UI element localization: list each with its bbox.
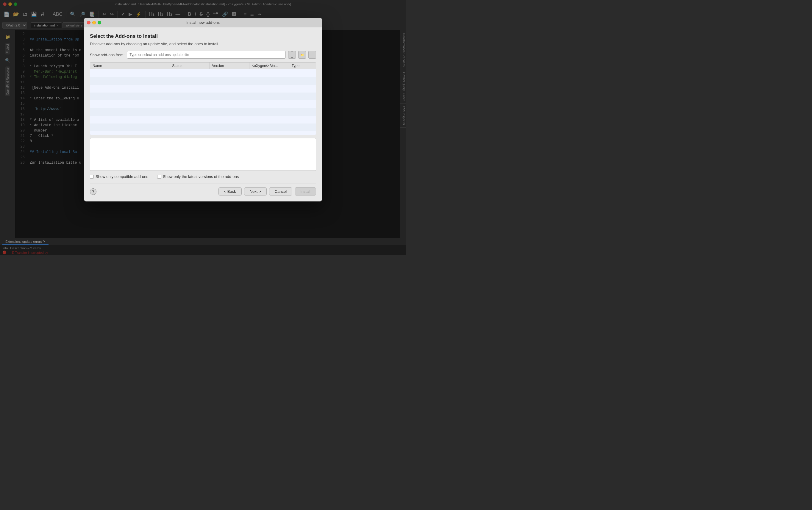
install-addons-modal: Install new add-ons Select the Add-ons t… bbox=[84, 18, 322, 202]
addons-table: Name Status Version <oXygen/> Ver... Typ… bbox=[90, 62, 316, 135]
checkbox-latest[interactable] bbox=[157, 175, 161, 179]
modal-traffic-lights bbox=[87, 21, 101, 24]
addons-url-input[interactable] bbox=[127, 51, 286, 59]
col-type: Type bbox=[289, 62, 316, 69]
modal-title: Install new add-ons bbox=[186, 20, 220, 25]
addon-detail-area bbox=[90, 138, 316, 171]
modal-title-bar: Install new add-ons bbox=[84, 18, 322, 27]
checkboxes-row: Show only compatible add-ons Show only t… bbox=[90, 174, 316, 179]
checkbox-compatible-row: Show only compatible add-ons bbox=[90, 174, 148, 179]
checkbox-compatible[interactable] bbox=[90, 175, 94, 179]
help-button[interactable]: ? bbox=[90, 188, 96, 195]
back-button[interactable]: < Back bbox=[219, 187, 242, 196]
table-header: Name Status Version <oXygen/> Ver... Typ… bbox=[90, 62, 316, 69]
col-status: Status bbox=[170, 62, 210, 69]
col-oxygen-ver: <oXygen/> Ver... bbox=[250, 62, 289, 69]
addons-url-spinner[interactable]: ⌃⌄ bbox=[288, 51, 296, 59]
show-addons-row: Show add-ons from: ⌃⌄ 📁 ⋯ bbox=[90, 51, 316, 59]
table-rows[interactable] bbox=[90, 69, 316, 135]
modal-heading: Select the Add-ons to Install bbox=[90, 33, 316, 39]
col-name: Name bbox=[90, 62, 170, 69]
modal-body: Select the Add-ons to Install Discover a… bbox=[84, 27, 322, 202]
show-addons-label: Show add-ons from: bbox=[90, 53, 124, 57]
checkbox-compatible-label: Show only compatible add-ons bbox=[95, 174, 148, 179]
cancel-button[interactable]: Cancel bbox=[269, 187, 292, 196]
modal-subtext: Discover add-ons by choosing an update s… bbox=[90, 42, 316, 46]
modal-minimize-btn[interactable] bbox=[92, 21, 96, 24]
modal-maximize-btn[interactable] bbox=[98, 21, 101, 24]
help-btn-area: ? bbox=[90, 188, 216, 195]
addons-extra-btn[interactable]: ⋯ bbox=[308, 51, 316, 59]
modal-overlay: Install new add-ons Select the Add-ons t… bbox=[0, 0, 406, 255]
modal-buttons: ? < Back Next > Cancel Install bbox=[90, 184, 316, 196]
modal-close-btn[interactable] bbox=[87, 21, 90, 24]
col-version: Version bbox=[209, 62, 250, 69]
addons-folder-btn[interactable]: 📁 bbox=[298, 51, 306, 59]
next-button[interactable]: Next > bbox=[244, 187, 267, 196]
install-button[interactable]: Install bbox=[295, 187, 316, 196]
checkbox-latest-row: Show only the latest versions of the add… bbox=[157, 174, 239, 179]
checkbox-latest-label: Show only the latest versions of the add… bbox=[163, 174, 239, 179]
